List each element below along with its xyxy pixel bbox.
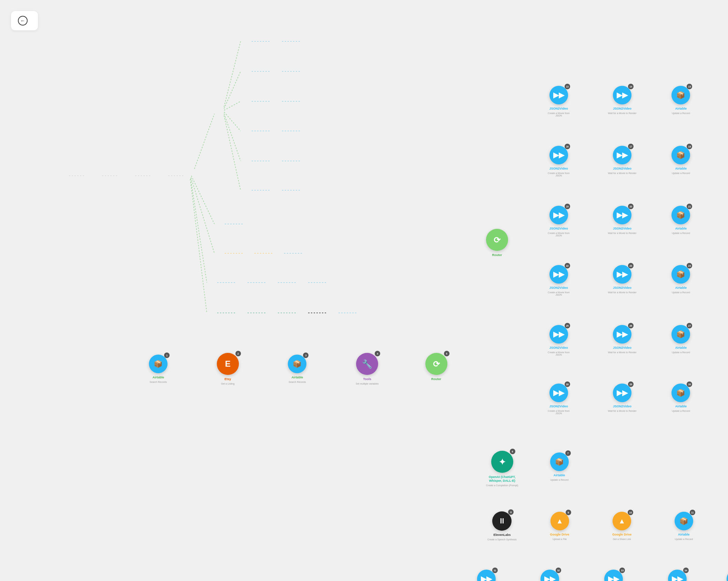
node-circle-tools: 🔧4 bbox=[356, 353, 378, 375]
sublabel-j2v4b: Wait for a Movie to Render bbox=[608, 291, 637, 294]
svg-line-10 bbox=[224, 115, 241, 190]
label-j2v6a: JSON2Video bbox=[549, 405, 568, 408]
icon-j2v3a: ▶▶ bbox=[553, 211, 564, 219]
node-circle-j2v1b: ▶▶14 bbox=[613, 86, 631, 104]
badge-j2v_bg2: 32 bbox=[556, 568, 561, 573]
label-at1c: Airtable bbox=[675, 107, 687, 111]
node-airtable2[interactable]: 📦3AirtableSearch Records bbox=[288, 355, 306, 383]
label-elevenlabs: ElevenLabs bbox=[493, 533, 510, 537]
node-circle-j2v_bg1: ▶▶31 bbox=[477, 570, 496, 581]
node-at3c[interactable]: 📦21AirtableUpdate a Record bbox=[671, 206, 690, 234]
node-j2v4b[interactable]: ▶▶23JSON2VideoWait for a Movie to Render bbox=[608, 265, 637, 294]
node-circle-j2v2a: ▶▶16 bbox=[549, 146, 568, 164]
node-j2v4a[interactable]: ▶▶22JSON2VideoCreate a Movie from JSON bbox=[544, 265, 573, 296]
node-circle-j2v3b: ▶▶20 bbox=[613, 206, 631, 224]
sublabel-at_openai: Update a Record bbox=[550, 479, 568, 481]
icon-airtable1: 📦 bbox=[154, 360, 163, 368]
back-button[interactable]: ← bbox=[11, 11, 38, 30]
icon-j2v1b: ▶▶ bbox=[617, 91, 628, 99]
node-router1[interactable]: ⟳5Router bbox=[425, 353, 447, 381]
sublabel-at5c: Update a Record bbox=[672, 351, 690, 354]
node-circle-at_final: 📦35 bbox=[727, 570, 728, 581]
workflow-canvas: ← bbox=[0, 0, 728, 581]
svg-line-5 bbox=[224, 41, 241, 107]
badge-at5c: 27 bbox=[687, 323, 692, 328]
label-etsy: Etsy bbox=[224, 377, 231, 381]
label-j2v4a: JSON2Video bbox=[549, 286, 568, 290]
node-j2v6b[interactable]: ▶▶29JSON2VideoWait for a Movie to Render bbox=[608, 384, 637, 412]
node-at5c[interactable]: 📦27AirtableUpdate a Record bbox=[671, 325, 690, 354]
sublabel-j2v6a: Create a Movie from JSON bbox=[544, 410, 573, 415]
node-airtable1[interactable]: 📦1AirtableSearch Records bbox=[149, 355, 168, 383]
badge-airtable2: 3 bbox=[303, 353, 309, 358]
node-j2v_bg1[interactable]: ▶▶31JSON2VideoConcat a list of Videos wi… bbox=[472, 570, 501, 581]
node-circle-j2v5a: ▶▶25 bbox=[549, 325, 568, 344]
label-at6c: Airtable bbox=[675, 405, 687, 408]
badge-at_openai: 7 bbox=[565, 450, 571, 456]
node-router2[interactable]: ⟳Router bbox=[486, 229, 508, 257]
node-j2v1b[interactable]: ▶▶14JSON2VideoWait for a Movie to Render bbox=[608, 86, 637, 114]
label-at_openai: Airtable bbox=[554, 473, 565, 477]
node-gdrive1[interactable]: ▲9Google DriveUpload a File bbox=[550, 512, 569, 540]
node-j2v2a[interactable]: ▶▶16JSON2VideoCreate a Movie from JSON bbox=[544, 146, 573, 177]
node-circle-at4c: 📦24 bbox=[671, 265, 690, 284]
node-j2v3b[interactable]: ▶▶20JSON2VideoWait for a Movie to Render bbox=[608, 206, 637, 234]
badge-j2v4a: 22 bbox=[565, 263, 570, 268]
node-j2v2b[interactable]: ▶▶17JSON2VideoWait for a Movie to Render bbox=[608, 146, 637, 174]
node-j2v5a[interactable]: ▶▶25JSON2VideoCreate a Movie from JSON bbox=[544, 325, 573, 356]
badge-j2v3b: 20 bbox=[628, 204, 634, 209]
node-elevenlabs[interactable]: II8ElevenLabsCreate a Speech Synthesis bbox=[487, 511, 517, 541]
label-gdrive1: Google Drive bbox=[550, 533, 569, 537]
label-router2: Router bbox=[492, 253, 502, 257]
svg-line-23 bbox=[191, 176, 214, 224]
node-j2v5b[interactable]: ▶▶26JSON2VideoWait for a Movie to Render bbox=[608, 325, 637, 354]
badge-j2v2a: 16 bbox=[565, 144, 570, 149]
icon-at2c: 📦 bbox=[676, 151, 685, 159]
icon-j2v_bg2: ▶▶ bbox=[544, 575, 555, 581]
node-circle-etsy: E2 bbox=[217, 353, 239, 375]
node-circle-j2v6a: ▶▶28 bbox=[549, 384, 568, 402]
label-j2v2a: JSON2Video bbox=[549, 167, 568, 171]
icon-j2v6b: ▶▶ bbox=[617, 389, 628, 397]
node-at4c[interactable]: 📦24AirtableUpdate a Record bbox=[671, 265, 690, 294]
icon-j2v4b: ▶▶ bbox=[617, 270, 628, 278]
label-at5c: Airtable bbox=[675, 346, 687, 350]
node-j2v1a[interactable]: ▶▶13JSON2VideoCreate a Movie from JSON bbox=[544, 86, 573, 117]
node-at6c[interactable]: 📦30AirtableUpdate a Record bbox=[671, 384, 690, 412]
badge-j2v1b: 14 bbox=[628, 84, 634, 89]
node-j2v_bg3[interactable]: ▶▶33JSON2VideoAdd Automatic Subtitles to… bbox=[599, 570, 628, 581]
node-circle-j2v6b: ▶▶29 bbox=[613, 384, 631, 402]
node-circle-at3c: 📦21 bbox=[671, 206, 690, 224]
sublabel-j2v1a: Create a Movie from JSON bbox=[544, 112, 573, 117]
node-gdrive2[interactable]: ▲10Google DriveGet a Share Link bbox=[612, 512, 631, 540]
node-j2v3a[interactable]: ▶▶19JSON2VideoCreate a Movie from JSON bbox=[544, 206, 573, 237]
sublabel-j2v3b: Wait for a Movie to Render bbox=[608, 232, 637, 235]
sublabel-j2v1b: Wait for a Movie to Render bbox=[608, 112, 637, 115]
node-circle-airtable1: 📦1 bbox=[149, 355, 168, 373]
node-j2v_bg2[interactable]: ▶▶32JSON2VideoWait for a Movie to Render bbox=[536, 570, 564, 581]
node-at1c[interactable]: 📦15AirtableUpdate a Record bbox=[671, 86, 690, 114]
badge-at6c: 30 bbox=[687, 381, 692, 387]
node-j2v_bg4[interactable]: ▶▶34JSON2VideoWait for a Movie to Render bbox=[663, 570, 691, 581]
node-circle-at_openai: 📦7 bbox=[550, 452, 569, 471]
node-etsy[interactable]: E2EtsyGet a Listing bbox=[217, 353, 239, 385]
svg-line-6 bbox=[224, 71, 241, 109]
icon-j2v6a: ▶▶ bbox=[553, 389, 564, 397]
node-at_final[interactable]: 📦35AirtableUpdate a Record bbox=[727, 570, 728, 581]
node-openai[interactable]: ✦6OpenAI (ChatGPT, Whisper, DALL-E)Creat… bbox=[486, 451, 518, 487]
node-j2v6a[interactable]: ▶▶28JSON2VideoCreate a Movie from JSON bbox=[544, 384, 573, 415]
sublabel-at6c: Update a Record bbox=[672, 410, 690, 412]
svg-line-25 bbox=[191, 177, 214, 253]
icon-gdrive2: ▲ bbox=[618, 517, 625, 525]
node-at_openai[interactable]: 📦7AirtableUpdate a Record bbox=[550, 452, 569, 481]
badge-airtable1: 1 bbox=[164, 353, 170, 358]
node-circle-j2v_bg2: ▶▶32 bbox=[540, 570, 559, 581]
icon-tools: 🔧 bbox=[362, 359, 372, 369]
node-circle-elevenlabs: II8 bbox=[492, 511, 512, 531]
node-at_drive[interactable]: 📦11AirtableUpdate a Record bbox=[675, 512, 693, 540]
node-tools[interactable]: 🔧4ToolsSet multiple variables bbox=[356, 353, 379, 385]
badge-elevenlabs: 8 bbox=[508, 509, 514, 515]
node-at2c[interactable]: 📦18AirtableUpdate a Record bbox=[671, 146, 690, 174]
sublabel-airtable1: Search Records bbox=[150, 381, 167, 384]
icon-at4c: 📦 bbox=[676, 270, 685, 278]
